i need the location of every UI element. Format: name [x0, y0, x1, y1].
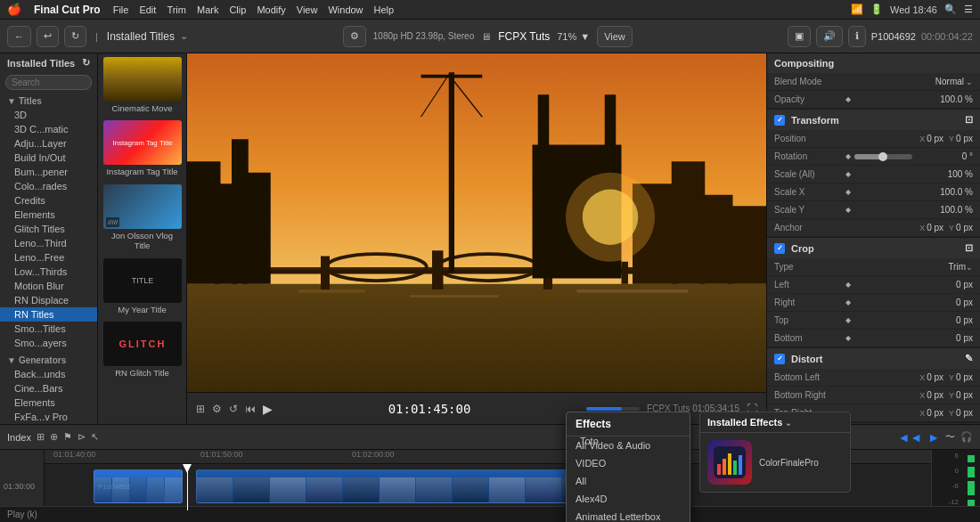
sidebar-item-3dcinematic[interactable]: 3D C...matic: [0, 122, 97, 136]
timeline-audio-right[interactable]: ►: [927, 430, 940, 445]
crop-type-dropdown[interactable]: ⌄: [966, 263, 973, 272]
position-y-value[interactable]: 0 px: [956, 134, 973, 143]
sidebar-item-smotitles[interactable]: Smo...Titles: [0, 322, 97, 336]
menu-icon[interactable]: ☰: [964, 4, 973, 15]
timeline-nav-icon[interactable]: ⊳: [78, 431, 86, 443]
effects-item-alex4d[interactable]: Alex4D: [567, 490, 690, 508]
sidebar-item-glitchtitles[interactable]: Glitch Titles: [0, 222, 97, 236]
menu-trim[interactable]: Trim: [167, 4, 186, 15]
browser-item-year[interactable]: TITLE My Year Title: [98, 255, 186, 318]
sidebar-item-motionblur[interactable]: Motion Blur: [0, 279, 97, 293]
sidebar-item-buildinout[interactable]: Build In/Out: [0, 151, 97, 165]
sidebar-item-lenothird[interactable]: Leno...Third: [0, 236, 97, 250]
timeline-zoom-icon[interactable]: ⊕: [50, 431, 58, 443]
sidebar-item-lenofree[interactable]: Leno...Free: [0, 250, 97, 265]
timeline-audio-left[interactable]: ◄◄: [897, 430, 922, 445]
sidebar-item-elements[interactable]: Elements: [0, 208, 97, 222]
bl-x-value[interactable]: 0 px: [927, 372, 943, 382]
sidebar-search-input[interactable]: [5, 75, 92, 90]
rotation-slider[interactable]: [854, 154, 912, 159]
search-icon[interactable]: 🔍: [944, 4, 957, 15]
br-x-value[interactable]: 0 px: [927, 390, 943, 400]
crop-checkbox[interactable]: ✓: [774, 243, 785, 254]
position-x-value[interactable]: 0 px: [927, 134, 943, 143]
zoom-control[interactable]: 71% ▼: [557, 31, 590, 42]
dropdown-arrow[interactable]: ⌄: [180, 30, 188, 42]
scale-y-value[interactable]: 100.0 %: [851, 205, 973, 215]
menu-clip[interactable]: Clip: [229, 4, 246, 15]
opacity-value[interactable]: 100.0 %: [851, 94, 973, 104]
sidebar-item-colorades[interactable]: Colo...rades: [0, 179, 97, 193]
effects-item-all[interactable]: All: [567, 472, 690, 490]
sidebar-item-credits[interactable]: Credits: [0, 193, 97, 208]
menu-help[interactable]: Help: [374, 4, 395, 15]
bl-y-value[interactable]: 0 px: [956, 372, 973, 382]
browser-item-vlog[interactable]: ///// Jon Olsson Vlog Title: [98, 181, 186, 255]
crop-bottom-value[interactable]: 0 px: [851, 333, 973, 343]
distort-expand-icon[interactable]: ✎: [965, 353, 973, 364]
transform-checkbox[interactable]: ✓: [774, 115, 785, 126]
settings-button[interactable]: ⚙: [343, 26, 366, 47]
crop-top-value[interactable]: 0 px: [851, 315, 973, 325]
menu-edit[interactable]: Edit: [139, 4, 156, 15]
sidebar-item-rndisplace[interactable]: RN Displace: [0, 293, 97, 307]
titles-section-header[interactable]: ▼ Titles: [0, 94, 97, 108]
timeline-markers-icon[interactable]: ⚑: [63, 431, 72, 443]
zoom-dropdown-arrow[interactable]: ▼: [580, 31, 590, 42]
playhead[interactable]: [187, 466, 188, 510]
scale-x-value[interactable]: 100.0 %: [851, 187, 973, 197]
timeline-clip-p1004692[interactable]: P1004692: [94, 469, 183, 503]
sidebar-item-smolayers[interactable]: Smo...ayers: [0, 336, 97, 350]
playhead-handle[interactable]: [183, 464, 192, 473]
transform-expand-icon[interactable]: ⊡: [965, 114, 973, 126]
rotation-diamond[interactable]: ◆: [845, 152, 851, 160]
tr-y-value[interactable]: 0 px: [956, 408, 973, 418]
distort-checkbox[interactable]: ✓: [774, 354, 785, 364]
sidebar-item-adjustlayer[interactable]: Adju...Layer: [0, 136, 97, 151]
effects-item-all-video[interactable]: All Video & Audio: [567, 436, 690, 454]
timeline-select-icon[interactable]: ↖: [91, 431, 99, 443]
timeline-layout-icon[interactable]: ⊞: [37, 431, 45, 443]
undo-button[interactable]: ↩: [37, 26, 59, 47]
crop-expand-icon[interactable]: ⊡: [965, 242, 973, 254]
effects-item-video[interactable]: VIDEO: [567, 454, 690, 472]
info-button[interactable]: ℹ: [848, 26, 866, 47]
progress-bar[interactable]: [586, 407, 640, 411]
browser-item-glitch[interactable]: GLITCH RN Glitch Title: [98, 318, 186, 381]
zoom-out-icon[interactable]: ⊞: [196, 403, 205, 415]
audio-button[interactable]: 🔊: [816, 26, 843, 47]
browser-item-instagram[interactable]: Instagram Tag Title Instagram Tag Title: [98, 117, 186, 180]
scale-all-value[interactable]: 100 %: [851, 169, 973, 179]
rotation-value[interactable]: 0 °: [916, 151, 974, 161]
crop-type-value[interactable]: Trim: [845, 262, 966, 272]
timeline-headphones-icon[interactable]: 🎧: [960, 431, 973, 443]
sidebar-item-rntitles[interactable]: RN Titles: [0, 307, 97, 322]
menu-mark[interactable]: Mark: [197, 4, 218, 15]
blend-mode-value[interactable]: Normal: [845, 77, 964, 86]
menu-window[interactable]: Window: [328, 4, 363, 15]
anchor-x-value[interactable]: 0 px: [927, 223, 943, 232]
browser-item-cinematic[interactable]: Cinematic Move: [98, 53, 186, 117]
skip-back-icon[interactable]: ⏮: [245, 403, 256, 415]
anchor-y-value[interactable]: 0 px: [956, 223, 973, 232]
blend-mode-dropdown[interactable]: ⌄: [966, 77, 973, 86]
crop-right-value[interactable]: 0 px: [851, 298, 973, 307]
play-button[interactable]: ▶: [263, 402, 273, 416]
redo-button[interactable]: ↻: [64, 26, 86, 47]
controls-icon[interactable]: ⚙: [212, 403, 222, 415]
rotation-knob[interactable]: [878, 152, 887, 161]
effects-item-animated[interactable]: Animated Letterbox: [567, 508, 690, 522]
sidebar-item-fxfav[interactable]: FxFa...v Pro: [0, 410, 97, 424]
menu-modify[interactable]: Modify: [257, 4, 285, 15]
view-button[interactable]: View: [597, 26, 633, 47]
installed-effects-dropdown[interactable]: ⌄: [785, 419, 792, 428]
sidebar-item-cinebars[interactable]: Cine...Bars: [0, 381, 97, 396]
sidebar-item-backgrounds[interactable]: Back...unds: [0, 367, 97, 381]
loop-icon[interactable]: ↺: [229, 403, 238, 415]
crop-left-value[interactable]: 0 px: [851, 280, 973, 290]
sidebar-refresh-icon[interactable]: ↻: [82, 57, 90, 69]
color-finale-icon[interactable]: [707, 440, 752, 485]
menu-file[interactable]: File: [113, 4, 129, 15]
sidebar-item-gen-elements[interactable]: Elements: [0, 396, 97, 410]
sidebar-item-3d[interactable]: 3D: [0, 108, 97, 122]
